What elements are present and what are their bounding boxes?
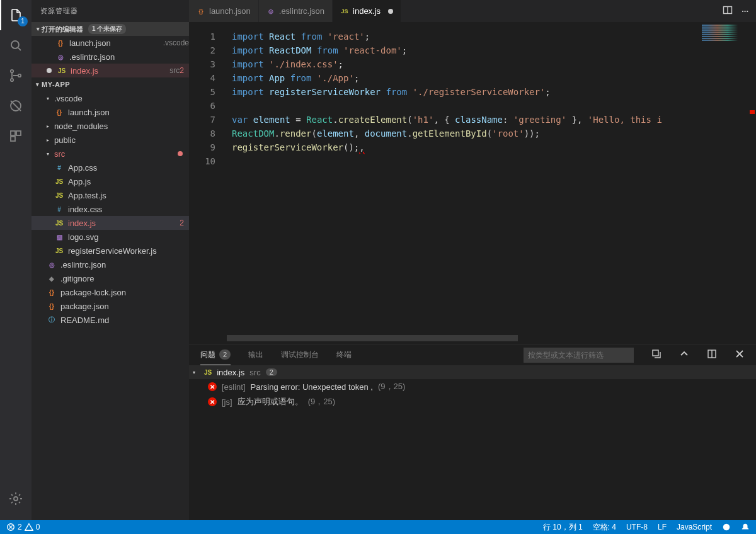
dirty-dot-icon <box>47 68 52 73</box>
panel-tabs: 问题2输出调试控制台终端 <box>189 344 756 365</box>
status-errors[interactable]: 2 0 <box>6 523 40 531</box>
line-number: 2 <box>189 43 215 57</box>
split-editor-icon[interactable] <box>723 5 733 17</box>
file-item[interactable]: {}package-lock.json <box>32 285 189 299</box>
item-label: registerServiceWorker.js <box>68 246 189 256</box>
code-line[interactable]: import ReactDOM from 'react-dom'; <box>232 43 699 57</box>
editor-group: {}launch.json◎.eslintrc.jsonJSindex.js··… <box>189 0 756 520</box>
status-eol[interactable]: LF <box>658 522 667 533</box>
file-item[interactable]: JSindex.js2 <box>32 216 189 230</box>
code-line[interactable]: import React from 'react'; <box>232 30 699 43</box>
code-line[interactable]: var element = React.createElement('h1', … <box>232 113 699 127</box>
project-header[interactable]: ▾ MY-APP <box>32 77 189 91</box>
folder-item[interactable]: ▾src <box>32 147 189 161</box>
overview-ruler <box>747 22 756 335</box>
panel-tab-label: 调试控制台 <box>281 349 319 360</box>
file-item[interactable]: {}package.json <box>32 299 189 313</box>
status-indent[interactable]: 空格: 4 <box>593 522 616 533</box>
file-item[interactable]: ◆.gitignore <box>32 271 189 285</box>
file-item[interactable]: ◎.eslintrc.json <box>32 258 189 271</box>
error-marker[interactable] <box>750 110 755 114</box>
activity-extensions[interactable] <box>0 121 32 151</box>
item-label: .eslintrc.json <box>60 260 189 270</box>
problems-file-dir: src <box>249 368 260 377</box>
file-icon: # <box>54 204 64 214</box>
activity-search[interactable] <box>0 30 32 60</box>
file-icon: ⓘ <box>47 315 57 325</box>
svg-rect-10 <box>653 350 658 356</box>
code-line[interactable] <box>232 154 699 168</box>
activity-scm[interactable] <box>0 60 32 91</box>
file-label: .eslintrc.json <box>69 52 189 62</box>
maximize-panel-icon[interactable] <box>707 349 717 361</box>
status-language[interactable]: JavaScript <box>677 522 712 533</box>
activity-debug[interactable] <box>0 91 32 121</box>
file-icon: {} <box>47 301 57 311</box>
open-editor-item[interactable]: ◎.eslintrc.json <box>32 50 189 64</box>
svg-point-1 <box>11 70 13 72</box>
editor-body[interactable]: 12345678910 import React from 'react';im… <box>189 22 756 335</box>
file-item[interactable]: #App.css <box>32 161 189 174</box>
file-item[interactable]: JSApp.test.js <box>32 188 189 202</box>
code-area[interactable]: import React from 'react';import ReactDO… <box>227 22 699 335</box>
line-number: 9 <box>189 140 215 154</box>
editor-tabs: {}launch.json◎.eslintrc.jsonJSindex.js··… <box>189 0 756 22</box>
folder-item[interactable]: ▸node_modules <box>32 119 189 133</box>
status-line-col[interactable]: 行 10，列 1 <box>543 522 583 533</box>
panel-tab[interactable]: 输出 <box>248 344 263 365</box>
file-icon: {} <box>54 107 64 117</box>
line-number: 3 <box>189 57 215 71</box>
panel-tab[interactable]: 终端 <box>336 344 352 365</box>
horizontal-scrollbar[interactable] <box>227 335 756 341</box>
code-line[interactable]: import registerServiceWorker from './reg… <box>232 85 699 99</box>
item-label: package-lock.json <box>60 288 189 297</box>
editor-tab[interactable]: JSindex.js <box>333 0 401 22</box>
problem-item[interactable]: ✕[js]应为声明或语句。(9，25) <box>189 394 756 409</box>
open-editor-item[interactable]: JSindex.jssrc2 <box>32 64 189 77</box>
file-item[interactable]: JSApp.js <box>32 174 189 188</box>
item-label: package.json <box>60 302 189 311</box>
error-count: 2 <box>180 66 184 75</box>
code-line[interactable]: import './index.css'; <box>232 57 699 71</box>
item-label: App.js <box>68 177 189 186</box>
status-bell-icon[interactable] <box>741 522 750 533</box>
status-encoding[interactable]: UTF-8 <box>626 522 648 533</box>
file-item[interactable]: ▧logo.svg <box>32 230 189 244</box>
code-line[interactable]: ReactDOM.render(element, document.getEle… <box>232 127 699 140</box>
code-line[interactable]: registerServiceWorker();, <box>232 140 699 154</box>
editor-tab[interactable]: {}launch.json <box>189 0 259 22</box>
file-meta: src <box>169 66 180 75</box>
activity-explorer[interactable]: 1 <box>0 0 32 30</box>
code-line[interactable] <box>232 99 699 113</box>
item-label: README.md <box>60 315 189 325</box>
explorer-sidebar: 资源管理器 ▾ 打开的编辑器 1 个未保存 {}launch.json.vsco… <box>32 0 189 520</box>
item-label: index.css <box>68 205 189 214</box>
js-file-icon: JS <box>204 369 212 376</box>
problems-filter-input[interactable] <box>524 348 634 363</box>
more-icon[interactable]: ··· <box>742 6 748 16</box>
folder-item[interactable]: ▾.vscode <box>32 91 189 105</box>
item-label: src <box>54 149 178 159</box>
item-label: launch.json <box>68 108 189 117</box>
panel-tab[interactable]: 调试控制台 <box>281 344 319 365</box>
folder-item[interactable]: ▸public <box>32 133 189 147</box>
chevron-up-icon[interactable] <box>679 349 689 361</box>
editor-tab[interactable]: ◎.eslintrc.json <box>259 0 333 22</box>
file-item[interactable]: ⓘREADME.md <box>32 313 189 327</box>
status-feedback-icon[interactable] <box>722 522 731 533</box>
close-panel-icon[interactable] <box>735 349 745 361</box>
error-icon: ✕ <box>208 397 217 406</box>
file-item[interactable]: {}launch.json <box>32 105 189 119</box>
panel-tab[interactable]: 问题2 <box>200 344 231 365</box>
collapse-all-icon[interactable] <box>651 349 662 361</box>
file-item[interactable]: JSregisterServiceWorker.js <box>32 244 189 258</box>
problems-file-row[interactable]: ▾ JS index.js src 2 <box>189 365 756 379</box>
problems-file-count: 2 <box>266 368 277 376</box>
open-editor-item[interactable]: {}launch.json.vscode <box>32 36 189 50</box>
code-line[interactable]: import App from './App'; <box>232 71 699 85</box>
open-editors-header[interactable]: ▾ 打开的编辑器 1 个未保存 <box>32 22 189 36</box>
file-item[interactable]: #index.css <box>32 202 189 216</box>
file-meta: .vscode <box>163 38 189 47</box>
activity-settings[interactable] <box>0 484 32 514</box>
problem-item[interactable]: ✕[eslint]Parsing error: Unexpected token… <box>189 379 756 394</box>
